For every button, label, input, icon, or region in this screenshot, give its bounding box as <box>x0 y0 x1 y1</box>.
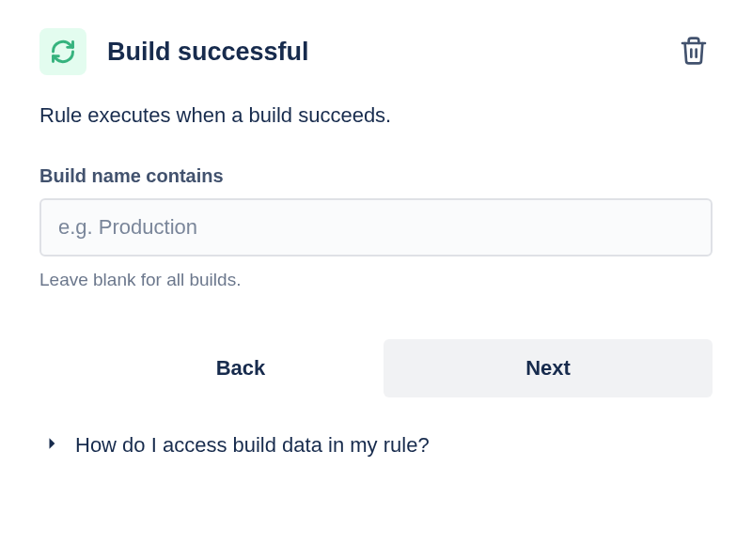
trash-icon <box>679 34 709 68</box>
rule-description: Rule executes when a build succeeds. <box>39 103 713 128</box>
help-question: How do I access build data in my rule? <box>75 433 430 458</box>
refresh-icon <box>50 39 76 65</box>
build-name-label: Build name contains <box>39 165 713 187</box>
build-name-helper: Leave blank for all builds. <box>39 270 713 290</box>
header-left: Build successful <box>39 28 309 75</box>
header: Build successful <box>39 28 713 75</box>
rule-icon-box <box>39 28 86 75</box>
next-button[interactable]: Next <box>384 339 713 397</box>
delete-button[interactable] <box>675 30 713 74</box>
build-name-input[interactable] <box>39 198 713 257</box>
page-title: Build successful <box>107 38 309 67</box>
help-expand[interactable]: How do I access build data in my rule? <box>39 433 713 458</box>
back-button[interactable]: Back <box>109 339 372 397</box>
chevron-right-icon <box>47 436 58 455</box>
button-row: Back Next <box>39 339 713 397</box>
